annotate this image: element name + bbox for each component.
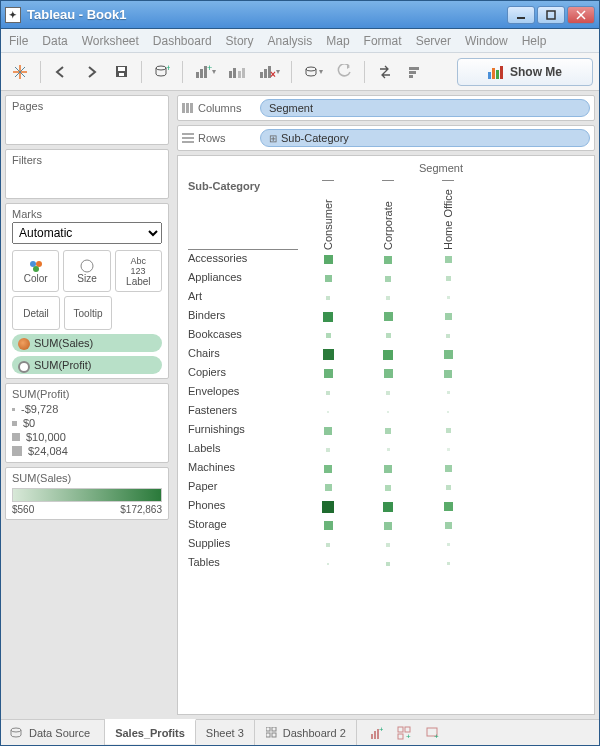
sheet-tab[interactable]: Sales_Profits [105,719,196,744]
mark[interactable] [298,307,358,326]
pages-shelf[interactable]: Pages [5,95,169,145]
mark[interactable] [298,554,358,573]
forward-button[interactable] [78,59,104,85]
mark[interactable] [298,421,358,440]
mark[interactable] [298,345,358,364]
swap-button[interactable] [372,59,398,85]
new-dashboard-tab-button[interactable]: + [391,720,417,746]
data-source-tab[interactable]: Data Source [1,720,105,745]
mark[interactable] [298,478,358,497]
marks-pill-profit[interactable]: SUM(Profit) [12,356,162,374]
mark[interactable] [418,516,478,535]
label-button[interactable]: Abc123Label [115,250,162,292]
columns-shelf[interactable]: Columns Segment [177,95,595,121]
row-header[interactable]: Storage [188,516,298,535]
color-button[interactable]: Color [12,250,59,292]
mark[interactable] [298,269,358,288]
menu-format[interactable]: Format [364,34,402,48]
mark[interactable] [358,497,418,516]
mark[interactable] [418,402,478,421]
duplicate-sheet-button[interactable] [224,59,250,85]
menu-map[interactable]: Map [326,34,349,48]
mark[interactable] [358,402,418,421]
mark[interactable] [298,516,358,535]
mark[interactable] [418,345,478,364]
row-header[interactable]: Chairs [188,345,298,364]
rows-pill-subcategory[interactable]: ⊞Sub-Category [260,129,590,147]
new-worksheet-button[interactable]: +▾ [190,59,220,85]
mark[interactable] [358,516,418,535]
sort-asc-button[interactable] [402,59,428,85]
save-button[interactable] [108,59,134,85]
size-button[interactable]: Size [63,250,110,292]
mark[interactable] [418,459,478,478]
row-header[interactable]: Supplies [188,535,298,554]
row-header[interactable]: Fasteners [188,402,298,421]
clear-sheet-button[interactable]: ×▾ [254,59,284,85]
mark[interactable] [418,554,478,573]
row-header[interactable]: Machines [188,459,298,478]
mark[interactable] [418,478,478,497]
new-sheet-tab-button[interactable]: + [363,720,389,746]
mark[interactable] [358,250,418,269]
run-button[interactable] [331,59,357,85]
mark[interactable] [358,307,418,326]
column-header[interactable]: Consumer [322,180,334,250]
mark[interactable] [358,364,418,383]
menu-window[interactable]: Window [465,34,508,48]
mark[interactable] [298,440,358,459]
mark[interactable] [418,250,478,269]
visualization-canvas[interactable]: Segment Sub-CategoryConsumerCorporateHom… [177,155,595,715]
mark[interactable] [418,535,478,554]
mark-type-select[interactable]: Automatic [12,222,162,244]
show-me-button[interactable]: Show Me [457,58,593,86]
rows-shelf[interactable]: Rows ⊞Sub-Category [177,125,595,151]
menu-analysis[interactable]: Analysis [268,34,313,48]
mark[interactable] [298,364,358,383]
sheet-tab[interactable]: Sheet 3 [196,720,255,745]
mark[interactable] [418,288,478,307]
menu-story[interactable]: Story [226,34,254,48]
menu-dashboard[interactable]: Dashboard [153,34,212,48]
row-header[interactable]: Appliances [188,269,298,288]
row-header[interactable]: Paper [188,478,298,497]
row-header[interactable]: Copiers [188,364,298,383]
row-header[interactable]: Labels [188,440,298,459]
menu-data[interactable]: Data [42,34,67,48]
menu-worksheet[interactable]: Worksheet [82,34,139,48]
mark[interactable] [418,421,478,440]
filters-shelf[interactable]: Filters [5,149,169,199]
mark[interactable] [418,307,478,326]
mark[interactable] [358,554,418,573]
new-story-tab-button[interactable]: + [419,720,445,746]
mark[interactable] [418,383,478,402]
mark[interactable] [358,326,418,345]
row-header[interactable]: Tables [188,554,298,573]
column-header[interactable]: Corporate [382,180,394,250]
mark[interactable] [358,269,418,288]
menu-help[interactable]: Help [522,34,547,48]
mark[interactable] [358,383,418,402]
row-header[interactable]: Envelopes [188,383,298,402]
mark[interactable] [298,250,358,269]
mark[interactable] [418,440,478,459]
row-header[interactable]: Accessories [188,250,298,269]
row-header[interactable]: Art [188,288,298,307]
mark[interactable] [418,326,478,345]
row-header[interactable]: Bookcases [188,326,298,345]
mark[interactable] [358,535,418,554]
menu-server[interactable]: Server [416,34,451,48]
mark[interactable] [418,364,478,383]
minimize-button[interactable] [507,6,535,24]
mark[interactable] [298,497,358,516]
autoupdate-button[interactable]: ▾ [299,59,327,85]
mark[interactable] [358,440,418,459]
mark[interactable] [358,421,418,440]
mark[interactable] [358,478,418,497]
new-datasource-button[interactable]: + [149,59,175,85]
close-button[interactable] [567,6,595,24]
mark[interactable] [358,459,418,478]
mark[interactable] [358,288,418,307]
column-header[interactable]: Home Office [442,180,454,250]
detail-button[interactable]: Detail [12,296,60,330]
